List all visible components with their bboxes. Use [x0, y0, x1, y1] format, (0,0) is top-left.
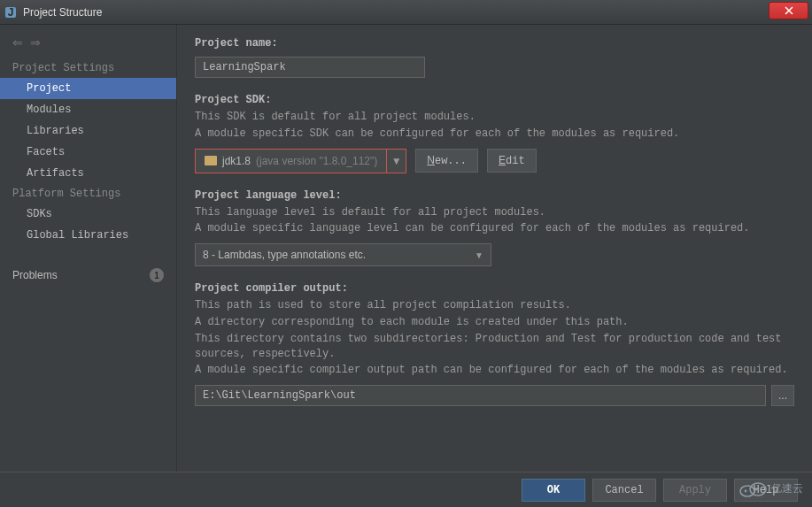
svg-point-3: [750, 483, 766, 495]
watermark-text: 亿速云: [771, 481, 803, 496]
sidebar-item-global-libraries[interactable]: Global Libraries: [0, 225, 176, 246]
language-level-dropdown[interactable]: 8 - Lambdas, type annotations etc. ▼: [195, 243, 491, 266]
language-level-group: Project language level: This language le…: [195, 189, 794, 267]
sidebar: ⇐ ⇒ Project Settings Project Modules Lib…: [0, 25, 177, 472]
output-row: ...: [195, 385, 794, 406]
output-desc-4: A module specific compiler output path c…: [195, 363, 794, 378]
project-name-input[interactable]: [195, 57, 425, 78]
sidebar-item-libraries[interactable]: Libraries: [0, 120, 176, 142]
titlebar: J Project Structure: [0, 0, 812, 25]
nav-arrows: ⇐ ⇒: [0, 32, 176, 58]
lang-desc-2: A module specific language level can be …: [195, 221, 794, 236]
problems-badge: 1: [150, 268, 164, 282]
ok-button[interactable]: OK: [522, 479, 585, 502]
sidebar-item-artifacts[interactable]: Artifacts: [0, 163, 176, 184]
sdk-version-text: (java version "1.8.0_112"): [256, 155, 377, 167]
svg-point-5: [755, 488, 758, 491]
browse-button[interactable]: ...: [771, 385, 794, 406]
edit-sdk-button[interactable]: Edit: [487, 149, 537, 173]
sdk-value: jdk1.8 (java version "1.8.0_112"): [196, 155, 386, 167]
output-desc-2: A directory corresponding to each module…: [195, 315, 794, 330]
sdk-row: jdk1.8 (java version "1.8.0_112") ▼ New.…: [195, 149, 794, 173]
compiler-output-group: Project compiler output: This path is us…: [195, 282, 794, 406]
cloud-icon: [738, 479, 768, 498]
sdk-desc-1: This SDK is default for all project modu…: [195, 110, 794, 125]
sdk-name-text: jdk1.8: [222, 155, 251, 167]
nav-back-icon[interactable]: ⇐: [12, 35, 23, 50]
problems-label: Problems: [12, 269, 58, 281]
compiler-output-input[interactable]: [195, 385, 766, 406]
app-icon: J: [4, 5, 18, 19]
svg-text:J: J: [8, 6, 14, 19]
close-button[interactable]: [769, 2, 808, 19]
folder-icon: [205, 156, 217, 165]
dialog-body: ⇐ ⇒ Project Settings Project Modules Lib…: [0, 25, 812, 472]
watermark: 亿速云: [738, 479, 803, 498]
apply-button[interactable]: Apply: [663, 479, 727, 502]
sidebar-item-modules[interactable]: Modules: [0, 99, 176, 120]
project-sdk-label: Project SDK:: [195, 94, 794, 106]
svg-point-4: [745, 490, 747, 493]
compiler-output-label: Project compiler output:: [195, 282, 794, 295]
language-level-value: 8 - Lambdas, type annotations etc.: [203, 249, 366, 261]
sidebar-item-problems[interactable]: Problems 1: [0, 264, 176, 287]
project-sdk-group: Project SDK: This SDK is default for all…: [195, 94, 794, 173]
content-panel: Project name: Project SDK: This SDK is d…: [177, 25, 812, 472]
lang-desc-1: This language level is default for all p…: [195, 205, 794, 220]
new-sdk-button[interactable]: New...: [415, 149, 478, 173]
button-bar: OK Cancel Apply Help: [0, 472, 812, 507]
window-title: Project Structure: [23, 6, 808, 19]
output-desc-1: This path is used to store all project c…: [195, 298, 794, 313]
section-platform-settings: Platform Settings: [0, 184, 176, 204]
sidebar-item-project[interactable]: Project: [0, 78, 176, 99]
cancel-button[interactable]: Cancel: [592, 479, 656, 502]
chevron-down-icon: ▼: [475, 250, 483, 260]
project-name-group: Project name:: [195, 37, 794, 78]
sdk-dropdown[interactable]: jdk1.8 (java version "1.8.0_112") ▼: [195, 149, 406, 173]
svg-point-2: [740, 486, 754, 496]
project-name-label: Project name:: [195, 37, 794, 50]
section-project-settings: Project Settings: [0, 58, 176, 78]
nav-forward-icon[interactable]: ⇒: [30, 35, 41, 50]
sdk-desc-2: A module specific SDK can be configured …: [195, 127, 794, 142]
chevron-down-icon[interactable]: ▼: [386, 150, 406, 173]
output-desc-3: This directory contains two subdirectori…: [195, 332, 794, 362]
sidebar-item-facets[interactable]: Facets: [0, 142, 176, 163]
language-level-label: Project language level:: [195, 189, 794, 202]
sidebar-item-sdks[interactable]: SDKs: [0, 204, 176, 225]
